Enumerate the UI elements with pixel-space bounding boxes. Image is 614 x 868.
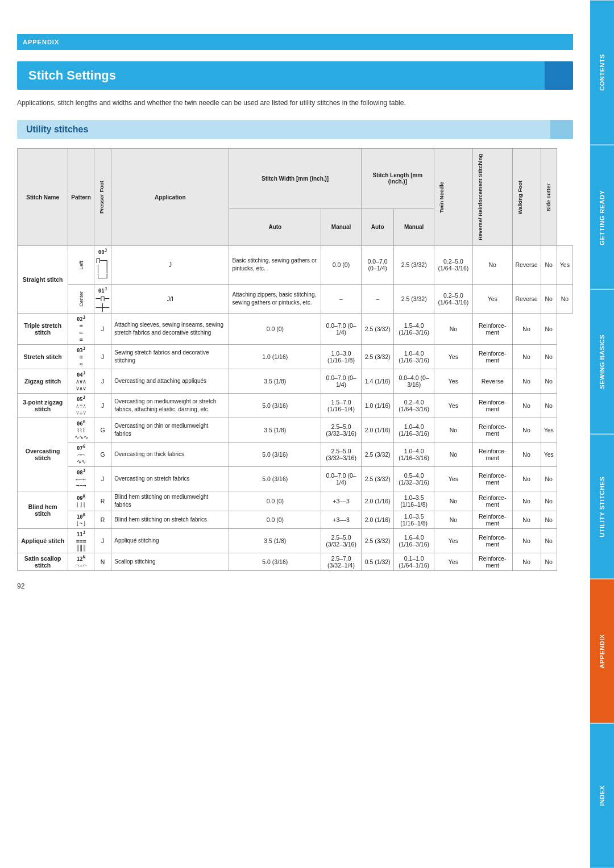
appendix-bar: APPENDIX — [17, 34, 573, 50]
pattern-cell: 07G⌒⌒∿∿ — [68, 443, 94, 467]
sl-manual-cell: 0.2–5.0 (1/64–3/16) — [434, 246, 472, 284]
sw-manual-cell: +3––3 — [321, 491, 362, 511]
reverse-cell: Reinforce-ment — [472, 529, 512, 553]
side-cutter-cell: No — [541, 529, 557, 553]
col-sl-manual: Manual — [394, 208, 434, 246]
walking-foot-cell: No — [512, 467, 541, 491]
sl-auto-cell: 1.0 (1/16) — [361, 394, 394, 418]
sw-auto-cell: 0.0 (0) — [229, 491, 321, 511]
sl-auto-cell: 2.5 (3/32) — [394, 246, 434, 284]
sl-auto-cell: 2.5 (3/32) — [361, 345, 394, 369]
pattern-cell: 03J≋≈ — [68, 345, 94, 369]
application-cell: Attaching zippers, basic stitching, sewi… — [229, 284, 321, 314]
sl-manual-cell: 0.2–5.0 (1/64–3/16) — [434, 284, 472, 314]
presser-foot-cell: J — [94, 529, 111, 553]
reverse-cell: Reinforce-ment — [472, 467, 512, 491]
col-sw-auto: Auto — [229, 208, 321, 246]
presser-foot-cell: J/I — [111, 284, 229, 314]
application-cell: Sewing stretch fabrics and decorative st… — [111, 345, 229, 369]
col-presser-foot: Presser Foot — [94, 149, 111, 246]
twin-needle-cell: No — [434, 418, 472, 443]
sw-auto-cell: 5.0 (3/16) — [229, 553, 321, 571]
sw-manual-cell: 0.0–7.0 (0–1/4) — [321, 314, 362, 345]
sl-manual-cell: 1.0–4.0 (1/16–3/16) — [394, 345, 434, 369]
sl-manual-cell: 1.5–4.0 (1/16–3/16) — [394, 314, 434, 345]
sw-auto-cell: 0.0 (0) — [321, 246, 362, 284]
pattern-cell: 09R⌊⌋⌊ — [68, 491, 94, 511]
walking-foot-cell: No — [512, 553, 541, 571]
sw-manual-cell: 1.5–7.0 (1/16–1/4) — [321, 394, 362, 418]
presser-foot-cell: J — [94, 345, 111, 369]
side-cutter-cell: No — [541, 553, 557, 571]
sl-manual-cell: 1.6–4.0 (1/16–3/16) — [394, 529, 434, 553]
sw-auto-cell: 0.0 (0) — [229, 511, 321, 529]
sidebar-tab-contents[interactable]: CONTENTS — [590, 0, 614, 145]
sl-auto-cell: 1.4 (1/16) — [361, 369, 394, 394]
sidebar-tab-index[interactable]: INDEX — [590, 723, 614, 868]
twin-needle-cell: Yes — [434, 369, 472, 394]
sw-auto-cell: 5.0 (3/16) — [229, 443, 321, 467]
sw-auto-cell: 5.0 (3/16) — [229, 467, 321, 491]
walking-foot-cell: No — [512, 511, 541, 529]
stitch-name-cell: 3-point zigzag stitch — [18, 394, 68, 418]
presser-foot-cell: R — [94, 491, 111, 511]
subsection-title: Utility stitches — [17, 120, 573, 139]
application-cell: Overcasting on thick fabrics — [111, 443, 229, 467]
application-cell: Blind hem stitching on stretch fabrics — [111, 511, 229, 529]
sidebar-tab-appendix[interactable]: APPENDIX — [590, 579, 614, 724]
twin-needle-cell: No — [434, 443, 472, 467]
table-row: Overcasting stitch06G⌇⌇⌇∿∿∿GOvercasting … — [18, 418, 573, 443]
sw-auto-cell: – — [321, 284, 362, 314]
sl-manual-cell: 0.0–4.0 (0–3/16) — [394, 369, 434, 394]
pattern-cell: 08J⌐⌐⌐¬¬¬ — [68, 467, 94, 491]
reverse-cell: Reinforce-ment — [472, 345, 512, 369]
sw-auto-cell: 5.0 (3/16) — [229, 394, 321, 418]
sidebar-tab-sewing-basics[interactable]: SEWING BASICS — [590, 289, 614, 434]
reverse-cell: Reinforce-ment — [472, 314, 512, 345]
sw-auto-cell: 3.5 (1/8) — [229, 418, 321, 443]
sw-auto-cell: 1.0 (1/16) — [229, 345, 321, 369]
twin-needle-cell: Yes — [434, 394, 472, 418]
stitch-name-cell: Overcasting stitch — [18, 418, 68, 491]
sw-auto-cell: 3.5 (1/8) — [229, 529, 321, 553]
side-cutter-cell: No — [541, 394, 557, 418]
twin-needle-cell: Yes — [434, 553, 472, 571]
side-cutter-cell: No — [541, 511, 557, 529]
side-cutter-cell: No — [557, 284, 572, 314]
sl-manual-cell: 0.1–1.0 (1/64–1/16) — [394, 553, 434, 571]
application-cell: Overcasting on stretch fabrics — [111, 467, 229, 491]
appendix-label: APPENDIX — [23, 39, 59, 45]
application-cell: Appliqué stitching — [111, 529, 229, 553]
sl-manual-cell: 1.0–4.0 (1/16–3/16) — [394, 443, 434, 467]
reverse-cell: Reinforce-ment — [472, 443, 512, 467]
walking-foot-cell: No — [512, 369, 541, 394]
presser-foot-cell: G — [94, 443, 111, 467]
sl-auto-cell: 0.5 (1/32) — [361, 553, 394, 571]
pattern-cell: 12N⌒⌢⌒ — [68, 553, 94, 571]
sl-auto-cell: 2.0 (1/16) — [361, 418, 394, 443]
sidebar-tab-utility-stitches[interactable]: UTILITY STITCHES — [590, 434, 614, 579]
pattern-cell: 06G⌇⌇⌇∿∿∿ — [68, 418, 94, 443]
sl-manual-cell: 1.0–3.5 (1/16–1/8) — [394, 511, 434, 529]
sw-manual-cell: 1.0–3.0 (1/16–1/8) — [321, 345, 362, 369]
presser-foot-cell: J — [94, 369, 111, 394]
sw-manual-cell: – — [361, 284, 394, 314]
col-stitch-width-group: Stitch Width [mm (inch.)] — [229, 149, 361, 209]
pattern-cell: 00J⊓─┐│ │└─┘ — [94, 246, 111, 284]
sl-manual-cell: 1.0–3.5 (1/16–1/8) — [394, 491, 434, 511]
walking-foot-cell: No — [512, 314, 541, 345]
stitch-sub-label: Center — [68, 284, 94, 314]
presser-foot-cell: J — [94, 394, 111, 418]
pattern-cell: 10R⌊~⌋ — [68, 511, 94, 529]
side-cutter-cell: Yes — [541, 443, 557, 467]
side-cutter-cell: No — [541, 467, 557, 491]
sidebar-tab-getting-ready[interactable]: GETTING READY — [590, 145, 614, 290]
presser-foot-cell: N — [94, 553, 111, 571]
col-sl-auto: Auto — [361, 208, 394, 246]
col-twin-needle: Twin Needle — [434, 149, 472, 246]
reverse-cell: Reinforce-ment — [472, 491, 512, 511]
twin-needle-cell: Yes — [472, 284, 512, 314]
sw-manual-cell: 2.5–5.0 (3/32–3/16) — [321, 443, 362, 467]
reverse-cell: Reinforce-ment — [472, 418, 512, 443]
application-cell: Scallop stitching — [111, 553, 229, 571]
